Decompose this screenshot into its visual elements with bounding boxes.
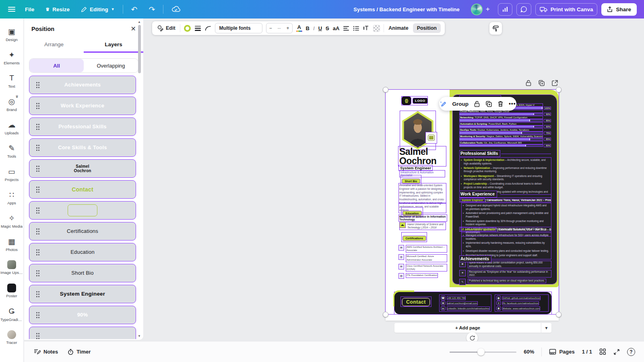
sidebar-item[interactable]: ◎ Brand ♛ [0,93,23,116]
edit-button[interactable]: Edit [156,25,176,31]
drag-handle-icon[interactable] [36,291,39,298]
underline-button[interactable]: U [318,25,322,31]
tab-arrange[interactable]: Arrange [24,38,84,53]
file-menu[interactable]: File [19,6,40,12]
layer-item[interactable]: Contact [29,180,136,199]
sidebar-item[interactable]: ▭ Projects [0,162,23,186]
layer-item[interactable]: Salmel Oochron [29,159,136,178]
logo-icon[interactable]: {|} [402,97,411,105]
drag-handle-icon[interactable] [36,207,39,214]
drag-handle-icon[interactable] [36,165,39,172]
font-family-selector[interactable]: Multiple fonts [215,23,262,33]
dark-panel[interactable]: Core Skills & Tools Operating Systems: W… [453,95,557,284]
skill-bar[interactable] [460,138,543,140]
layer-item[interactable]: Education [29,243,136,261]
layer-item[interactable]: Certifications [29,222,136,241]
selection-handle[interactable] [556,87,561,93]
font-size-decrease[interactable]: − [266,25,275,31]
close-icon[interactable]: ✕ [131,25,136,33]
drag-handle-icon[interactable] [36,270,39,277]
design-page[interactable]: {|} LOGO Salmel Oochron System Engineer … [386,90,559,321]
help-button[interactable]: ? [627,348,635,356]
sidebar-item[interactable]: ✦ Elements [0,46,23,69]
layer-item[interactable] [29,201,136,220]
logo-text[interactable]: LOGO [413,98,427,103]
transparency-button[interactable] [373,25,380,32]
sidebar-item[interactable]: ▦ Photos [0,232,23,256]
add-page-button[interactable]: + Add page [394,323,541,333]
share-button[interactable]: Share [601,3,637,16]
avatar[interactable] [471,4,483,15]
certification-item[interactable]: ▤ AWS Certified Solutions Architect – As… [399,245,447,252]
italic-button[interactable]: I [313,25,315,31]
selection-handle[interactable] [383,312,388,317]
certification-item[interactable]: ▤ Cisco Certified Network Associate (CCN… [399,264,447,271]
sidebar-item[interactable]: ☁ Uploads [0,116,23,139]
timer-button[interactable]: Timer [68,349,91,355]
stroke-weight-icon[interactable] [194,25,201,31]
selection-handle[interactable] [383,87,388,93]
skill-row[interactable]: Monitoring & Security: Nagios, Zabbix, S… [460,135,551,142]
skill-bar[interactable] [460,119,543,121]
sidebar-item[interactable]: Ǥ TypeGradie... [0,302,23,326]
line-curve-icon[interactable] [205,26,211,31]
text-color-button[interactable]: A [296,25,302,32]
move-page-icon[interactable] [551,80,558,86]
add-page-chevron[interactable]: ▼ [541,323,551,333]
duplicate-page-icon[interactable] [538,80,545,86]
selection-handle[interactable] [556,312,561,317]
filter-overlapping[interactable]: Overlapping [84,59,138,72]
resize-button[interactable]: ♛ Resize [40,6,75,12]
sidebar-item[interactable]: ∷ Apps [0,186,23,209]
drag-handle-icon[interactable] [36,249,39,256]
animate-button[interactable]: Animate [388,25,409,31]
sidebar-item[interactable]: ✧ Magic Media [0,209,23,232]
color-swatch[interactable] [184,25,191,32]
skill-bar[interactable] [460,145,543,147]
layer-item[interactable]: System Engineer [29,285,136,303]
layer-item[interactable]: Achievements [29,76,136,94]
layer-item[interactable] [29,327,136,339]
achievement-item[interactable]: ✎ Published a technical blog series on c… [460,279,551,285]
resume-name[interactable]: Salmel Oochron [398,146,446,166]
skill-row[interactable]: DevOps Tools: Docker, Kubernetes, Jenkin… [460,129,551,135]
contact-label-box[interactable]: Contact [401,297,431,306]
drag-handle-icon[interactable] [36,333,39,339]
panel-scrollbar[interactable]: ▲ ▼ [137,20,142,339]
tab-layers[interactable]: Layers [84,38,143,53]
notes-button[interactable]: Notes [34,349,58,355]
contact-column-1[interactable]: ☎ +88 123 456 789 ✉ salmel.oochron@email… [440,295,491,311]
menu-icon[interactable] [8,7,15,12]
duplicate-icon[interactable] [485,101,492,107]
resume-title[interactable]: System Engineer [399,165,432,171]
cloud-saved-icon[interactable] [166,6,186,13]
bold-button[interactable]: B [306,25,310,31]
fullscreen-icon[interactable] [613,349,620,355]
right-column[interactable]: Core Skills & Tools Operating Systems: W… [450,90,559,287]
font-size-value[interactable]: -- [275,25,283,31]
school-row[interactable]: Hanoi University of Science and Technolo… [400,222,446,230]
job-title-line[interactable]: IT Infrastructure Specialist| Exorficati… [460,227,551,231]
lock-page-icon[interactable] [525,80,532,86]
insights-button[interactable] [498,3,512,16]
professional-skills-header[interactable]: Professional Skills [460,150,500,156]
sidebar-item[interactable]: Poster [0,279,23,302]
zoom-slider-knob[interactable] [477,348,485,356]
layer-item[interactable]: Professional Skills [29,117,136,136]
list-icon[interactable] [353,26,359,31]
font-size-increase[interactable]: + [283,25,292,31]
canvas-area[interactable]: {|} LOGO Salmel Oochron System Engineer … [145,19,644,341]
editing-mode-dropdown[interactable]: Editing ▼ [75,6,120,12]
copy-style-button[interactable] [489,22,502,35]
redo-button[interactable]: ↷ [143,5,161,14]
sidebar-item[interactable]: ▣ Design [0,23,23,46]
comments-button[interactable] [516,3,531,16]
delete-icon[interactable] [497,101,504,107]
degree-text[interactable]: Bachelor of Science in Information Techn… [399,215,447,221]
design-title[interactable]: Systems / Backend Engineer with Timeline [353,6,459,12]
undo-button[interactable]: ↶ [126,5,143,14]
logo-group[interactable]: {|} LOGO [402,97,427,105]
scroll-down-icon[interactable]: ▼ [138,334,141,338]
layer-item[interactable]: 90% [29,306,136,324]
job-title-line[interactable]: System Engineer| Calrasations Tions, Han… [460,198,551,202]
